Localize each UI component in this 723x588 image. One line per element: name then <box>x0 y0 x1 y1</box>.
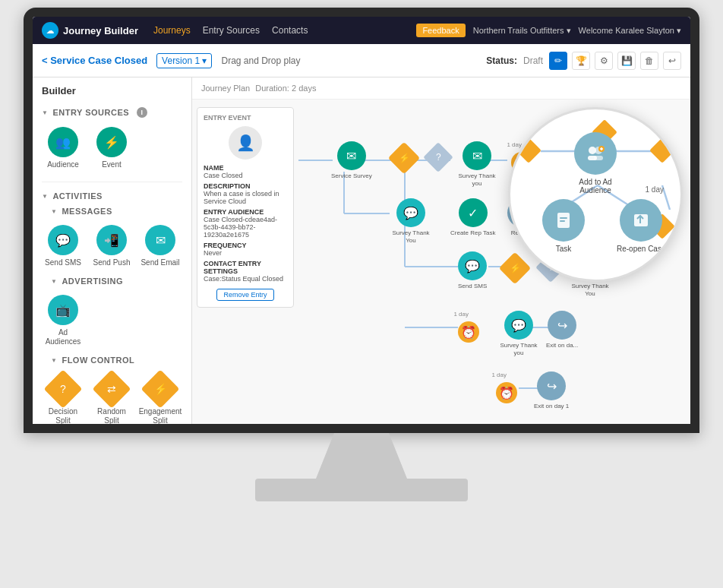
back-button[interactable]: < Service Case Closed <box>42 55 147 66</box>
activities-label: ACTIVITIES <box>52 191 103 201</box>
status-area: Status: Draft ✏ 🏆 ⚙ 💾 🗑 ↩ <box>486 52 681 70</box>
sidebar-item-ad-audiences[interactable]: 📺 Ad Audiences <box>42 295 84 346</box>
nav-contacts[interactable]: Contacts <box>272 25 308 36</box>
send-sms-node[interactable]: 💬 Send SMS <box>458 251 487 290</box>
contact-entry-label: CONTACT ENTRY SETTINGS <box>204 260 287 275</box>
monitor-stand-neck <box>316 433 407 479</box>
timer3-node[interactable]: 1 day ⏰ <box>496 371 517 403</box>
engagement-split-icon-text: ⚡ <box>154 383 167 395</box>
nav-right: Feedback Northern Trails Outfitters ▾ We… <box>416 24 681 37</box>
engagement-split-icon-wrap: ⚡ <box>145 374 175 404</box>
mag-diamond-left <box>516 138 541 163</box>
sidebar-item-send-sms[interactable]: 💬 Send SMS <box>42 225 84 267</box>
decision-split-diamond: ? <box>44 370 83 409</box>
feedback-button[interactable]: Feedback <box>416 24 465 37</box>
sidebar-item-audience[interactable]: 👥 Audience <box>42 127 84 169</box>
create-rep-task-label: Create Rep Task <box>450 229 495 237</box>
monitor-wrapper: ☁ Journey Builder Journeys Entry Sources… <box>8 8 715 588</box>
reopen-case-icon <box>620 199 662 242</box>
send-email-label: Send Email <box>140 258 179 267</box>
magnifier-content: Add to Ad Audience 1 day <box>510 109 680 280</box>
app-title: Journey Builder <box>63 25 138 36</box>
entry-sources-info: i <box>137 107 147 118</box>
status-value: Draft <box>523 55 543 66</box>
split1-node[interactable]: ⚡ <box>393 147 415 169</box>
reopen-case-node[interactable]: Re-open Case <box>617 199 665 253</box>
split1-diamond: ⚡ <box>388 142 420 174</box>
timer2-node[interactable]: 1 day ⏰ <box>458 311 479 343</box>
remove-entry-button[interactable]: Remove Entry <box>216 289 273 301</box>
journey-header: Journey Plan Duration: 2 days <box>192 77 690 100</box>
nav-logo: ☁ Journey Builder <box>42 22 138 39</box>
monitor-screen: ☁ Journey Builder Journeys Entry Sources… <box>24 8 699 433</box>
add-to-ad-audience-icon <box>574 132 617 175</box>
nav-org[interactable]: Northern Trails Outfitters ▾ <box>473 26 571 36</box>
random-split-label: Random Split <box>90 407 133 424</box>
create-rep-task-node[interactable]: ✓ Create Rep Task <box>450 198 495 237</box>
delete-icon[interactable]: 🗑 <box>640 52 658 70</box>
survey-thankyou-node[interactable]: ✉ Survey Thank you <box>454 141 500 187</box>
audience-label: Audience <box>47 160 79 169</box>
sidebar-item-engagement-split[interactable]: ⚡ Engagement Split <box>139 374 182 424</box>
send-push-icon: 📲 <box>96 225 127 255</box>
sidebar-item-send-email[interactable]: ✉ Send Email <box>139 225 182 267</box>
trophy-icon[interactable]: 🏆 <box>572 52 590 70</box>
app: ☁ Journey Builder Journeys Entry Sources… <box>33 17 690 424</box>
toolbar-icons: ✏ 🏆 ⚙ 💾 🗑 ↩ <box>549 52 681 70</box>
entry-audience-value: Case Closed-cdeae4ad-5c3b-4439-bb72-1923… <box>204 216 287 239</box>
undo-icon[interactable]: ↩ <box>663 52 681 70</box>
activities-header[interactable]: ▼ ACTIVITIES <box>42 188 182 204</box>
survey-thankyou4-node[interactable]: 💬 Survey Thank you <box>496 311 541 356</box>
svg-rect-22 <box>594 156 603 160</box>
exit-on-day-node[interactable]: ↪ Exit on da... <box>546 311 578 349</box>
survey-thankyou4-label: Survey Thank you <box>496 342 541 356</box>
activities-section: ▼ ACTIVITIES ▼ Messages 💬 <box>33 185 191 424</box>
service-survey-node[interactable]: ✉ Service Survey <box>331 141 372 180</box>
sidebar-item-random-split[interactable]: ⇄ Random Split <box>90 374 133 424</box>
engagement-split-label: Engagement Split <box>139 407 182 424</box>
messages-subsection: ▼ Messages 💬 Send SMS 📲 Send <box>42 204 182 273</box>
messages-label: Messages <box>62 207 112 216</box>
journey-plan-label: Journey Plan <box>201 84 250 93</box>
drag-drop-label: Drag and Drop play <box>221 55 477 66</box>
sub-header: < Service Case Closed Version 1 ▾ Drag a… <box>33 44 690 77</box>
save-icon[interactable]: 💾 <box>617 52 636 70</box>
survey-thankyou2-icon: 💬 <box>396 198 425 227</box>
entry-person-icon: 👤 <box>229 126 262 160</box>
nav-entry-sources[interactable]: Entry Sources <box>203 25 260 36</box>
mag-day-label: 1 day <box>646 185 664 194</box>
settings-icon[interactable]: ⚙ <box>595 52 613 70</box>
messages-header[interactable]: ▼ Messages <box>42 204 182 219</box>
task-icon <box>542 199 585 242</box>
exit-on-day2-node[interactable]: ↪ Exit on day 1 <box>534 371 569 410</box>
status-prefix: Status: <box>486 55 517 66</box>
entry-sources-header[interactable]: ▼ ENTRY SOURCES i <box>42 104 182 121</box>
survey-thankyou2-node[interactable]: 💬 Survey Thank You <box>388 198 434 244</box>
activities-arrow: ▼ <box>42 193 48 200</box>
send-push-label: Send Push <box>93 258 131 267</box>
send-sms-label: Send SMS <box>45 258 81 267</box>
edit-icon[interactable]: ✏ <box>549 52 567 70</box>
nav-welcome[interactable]: Welcome Karalee Slayton ▾ <box>579 26 681 36</box>
task-node[interactable]: Task <box>542 199 585 253</box>
frequency-label: FREQUENCY <box>204 242 287 249</box>
send-email-icon: ✉ <box>145 225 175 255</box>
question1-node[interactable]: ? <box>428 147 449 168</box>
frequency-value: Never <box>204 249 287 257</box>
sidebar-item-send-push[interactable]: 📲 Send Push <box>90 225 133 267</box>
day-label-2: 1 day <box>453 311 469 318</box>
add-to-ad-audience-node[interactable]: Add to Ad Audience <box>574 132 617 194</box>
advertising-header[interactable]: ▼ Advertising <box>42 273 182 289</box>
sidebar-item-decision-split[interactable]: ? Decision Split <box>42 374 84 424</box>
exit-on-day-label: Exit on da... <box>546 342 578 349</box>
send-sms-canvas-icon: 💬 <box>458 251 487 280</box>
builder-title: Builder <box>33 77 191 101</box>
sidebar-item-event[interactable]: ⚡ Event <box>90 127 133 169</box>
nav-journeys[interactable]: Journeys <box>153 25 191 36</box>
version-label: Version 1 ▾ <box>162 55 207 66</box>
create-rep-task-icon: ✓ <box>459 198 488 227</box>
add-to-ad-audience-label: Add to Ad Audience <box>579 178 611 194</box>
flow-control-header[interactable]: ▼ Flow Control <box>42 352 182 368</box>
exit-on-day-icon: ↪ <box>548 311 576 340</box>
version-selector[interactable]: Version 1 ▾ <box>156 53 212 68</box>
